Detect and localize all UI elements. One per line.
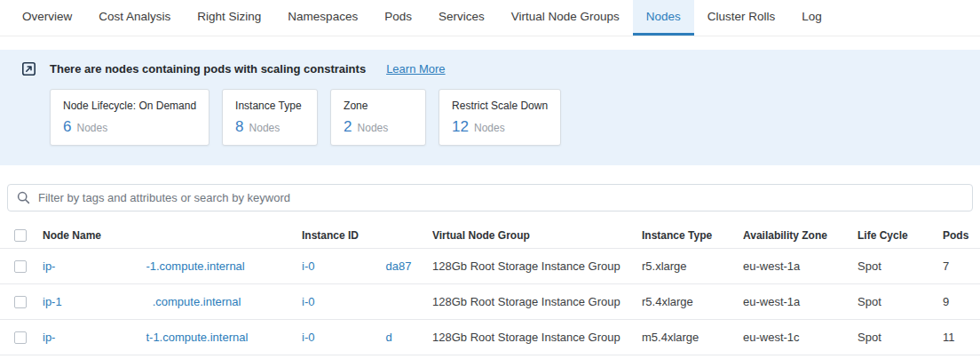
- table-row: ip-t-1.compute.internal i-0d 128Gb Root …: [0, 320, 980, 355]
- search-icon: [17, 191, 30, 204]
- column-header-life-cycle: Life Cycle: [858, 229, 943, 242]
- card-node-lifecycle[interactable]: Node Lifecycle: On Demand 6 Nodes: [50, 89, 209, 146]
- card-zone[interactable]: Zone 2 Nodes: [330, 89, 426, 146]
- search-input[interactable]: [38, 191, 963, 204]
- availability-zone-cell: eu-west-1a: [743, 295, 858, 308]
- tab-services[interactable]: Services: [425, 0, 498, 36]
- tab-virtual-node-groups[interactable]: Virtual Node Groups: [498, 0, 633, 36]
- redacted: [314, 305, 385, 306]
- row-checkbox[interactable]: [14, 296, 27, 308]
- filter-bar: [7, 184, 973, 211]
- card-value: 6: [63, 118, 71, 136]
- life-cycle-cell: Spot: [858, 259, 943, 273]
- tab-cluster-rolls[interactable]: Cluster Rolls: [694, 0, 789, 36]
- pods-cell: 9: [943, 295, 980, 308]
- redacted: [314, 340, 385, 341]
- nodes-table: Node Name Instance ID Virtual Node Group…: [0, 222, 980, 355]
- select-all-checkbox[interactable]: [14, 229, 27, 242]
- constraint-cards: Node Lifecycle: On Demand 6 Nodes Instan…: [50, 89, 959, 146]
- tab-nodes[interactable]: Nodes: [633, 0, 694, 36]
- card-title: Node Lifecycle: On Demand: [63, 100, 196, 112]
- instance-type-cell: r5.xlarge: [642, 259, 743, 273]
- tab-right-sizing[interactable]: Right Sizing: [184, 0, 274, 36]
- instance-type-cell: r5.4xlarge: [642, 295, 743, 308]
- tab-log[interactable]: Log: [788, 0, 835, 36]
- redacted: [55, 340, 146, 341]
- column-header-instance-type: Instance Type: [642, 229, 743, 242]
- availability-zone-cell: eu-west-1a: [743, 259, 858, 273]
- scaling-constraints-icon: [21, 61, 36, 76]
- instance-type-cell: m5.4xlarge: [642, 331, 743, 344]
- life-cycle-cell: Spot: [858, 295, 943, 308]
- column-header-virtual-node-group: Virtual Node Group: [432, 229, 642, 242]
- redacted: [55, 269, 146, 270]
- pods-cell: 7: [943, 259, 980, 273]
- virtual-node-group-cell: 128Gb Root Storage Instance Group: [432, 331, 642, 344]
- column-header-node-name: Node Name: [43, 229, 302, 242]
- redacted: [314, 269, 385, 270]
- node-name-link[interactable]: ip--1.compute.internal: [43, 259, 245, 273]
- scaling-constraints-banner: There are nodes containing pods with sca…: [0, 50, 980, 165]
- card-value: 12: [452, 118, 469, 136]
- card-unit: Nodes: [76, 122, 107, 134]
- card-value: 8: [235, 118, 243, 136]
- banner-message: There are nodes containing pods with sca…: [50, 62, 366, 76]
- tab-overview[interactable]: Overview: [9, 0, 85, 36]
- node-name-link[interactable]: ip-1.compute.internal: [43, 295, 241, 308]
- virtual-node-group-cell: 128Gb Root Storage Instance Group: [432, 295, 642, 308]
- card-unit: Nodes: [358, 122, 389, 134]
- instance-id-link[interactable]: i-0da87: [302, 259, 411, 273]
- tab-cost-analysis[interactable]: Cost Analysis: [85, 0, 184, 36]
- node-name-link[interactable]: ip-t-1.compute.internal: [43, 331, 248, 344]
- row-checkbox[interactable]: [14, 260, 27, 273]
- column-header-pods: Pods: [943, 229, 980, 242]
- learn-more-link[interactable]: Learn More: [386, 62, 445, 76]
- redacted: [62, 305, 153, 306]
- life-cycle-cell: Spot: [858, 331, 943, 344]
- card-title: Zone: [344, 100, 413, 112]
- availability-zone-cell: eu-west-1c: [743, 331, 858, 344]
- instance-id-link[interactable]: i-0: [302, 295, 385, 308]
- tab-namespaces[interactable]: Namespaces: [274, 0, 371, 36]
- table-header: Node Name Instance ID Virtual Node Group…: [0, 222, 980, 249]
- virtual-node-group-cell: 128Gb Root Storage Instance Group: [432, 259, 642, 273]
- row-checkbox[interactable]: [14, 331, 27, 344]
- instance-id-link[interactable]: i-0d: [302, 331, 392, 344]
- table-row: ip--1.compute.internal i-0da87 128Gb Roo…: [0, 249, 980, 284]
- card-title: Restrict Scale Down: [452, 100, 548, 112]
- card-title: Instance Type: [235, 100, 304, 112]
- tab-bar: Overview Cost Analysis Right Sizing Name…: [0, 0, 980, 36]
- column-header-instance-id: Instance ID: [302, 229, 432, 242]
- pods-cell: 11: [943, 331, 980, 344]
- card-instance-type[interactable]: Instance Type 8 Nodes: [222, 89, 318, 146]
- tab-pods[interactable]: Pods: [371, 0, 425, 36]
- card-value: 2: [344, 118, 352, 136]
- card-unit: Nodes: [249, 122, 281, 134]
- table-row: ip-1.compute.internal i-0 128Gb Root Sto…: [0, 284, 980, 320]
- column-header-availability-zone: Availability Zone: [743, 229, 858, 242]
- card-restrict-scale-down[interactable]: Restrict Scale Down 12 Nodes: [439, 89, 561, 146]
- card-unit: Nodes: [474, 122, 505, 134]
